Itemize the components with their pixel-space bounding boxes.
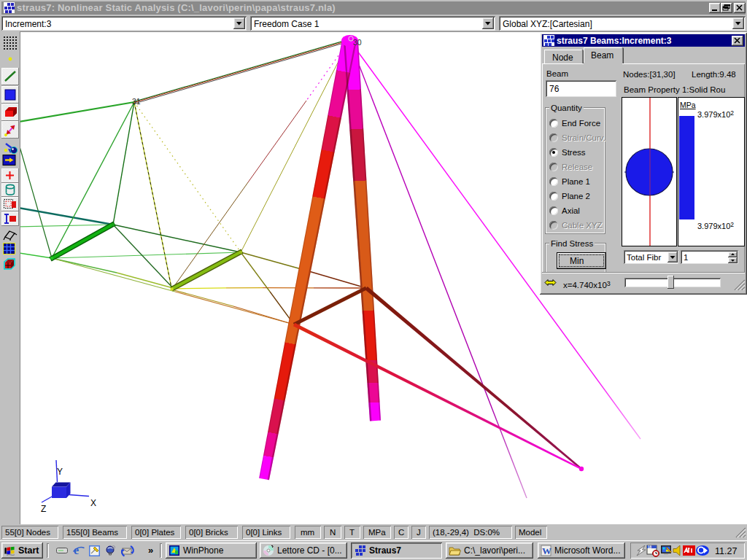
svg-text:Z: Z xyxy=(41,504,46,514)
svg-text:X: X xyxy=(90,498,96,508)
svg-text:W: W xyxy=(542,545,551,556)
svg-text:Y: Y xyxy=(57,467,63,477)
svg-text:31: 31 xyxy=(132,97,141,106)
svg-text:18: 18 xyxy=(648,545,652,549)
svg-text:30: 30 xyxy=(353,38,362,47)
